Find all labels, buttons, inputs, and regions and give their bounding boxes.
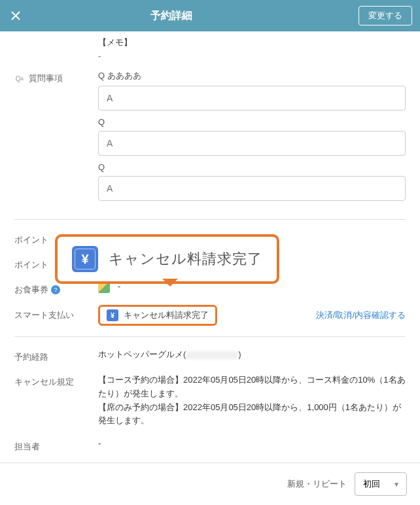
route-row: 予約経路 ホットペッパーグルメ() [14,343,406,368]
yen-icon: ¥ [72,246,98,272]
cancel-policy-row: キャンセル規定 【コース予約の場合】2022年05月05日20時以降から、コース… [14,368,406,433]
staff-label: 担当者 [14,438,98,453]
staff-row: 担当者 - [14,433,406,458]
repeat-selected: 初回 [363,478,380,490]
answer-input[interactable] [98,176,406,201]
modal-header: 予約詳細 変更する [0,0,420,31]
answer-input[interactable] [98,131,406,156]
masked-text [186,351,238,359]
cancel-policy-label: キャンセル規定 [14,374,98,388]
route-value: ホットペッパーグルメ() [98,349,406,360]
yen-icon: ¥ [107,309,118,321]
voucher-label-text: お食事券 [14,284,48,296]
qa-icon: QA [14,73,25,84]
change-button[interactable]: 変更する [359,6,412,26]
smart-pay-row: スマート支払い ¥ キャンセル料請求完了 決済/取消/内容確認する [14,301,406,330]
qa-value: Q ああああ Q Q [98,70,406,207]
question-text: Q ああああ [98,70,406,82]
qa-item: Q ああああ [98,70,406,111]
smart-pay-label: スマート支払い [14,309,98,321]
route-label: 予約経路 [14,349,98,363]
divider [14,219,406,220]
cancel-policy-value: 【コース予約の場合】2022年05月05日20時以降から、コース料金の10%（1… [98,374,406,428]
staff-value: - [98,438,406,448]
callout-text: キャンセル料請求完了 [109,249,262,269]
question-text: Q [98,162,406,172]
qa-label-text: 質問事項 [29,73,63,84]
footer: 新規・リピート 初回 ▼ [0,462,420,505]
repeat-label: 新規・リピート [287,478,347,490]
smart-pay-status: ¥ キャンセル料請求完了 [98,305,217,326]
modal-title: 予約詳細 [0,9,359,23]
answer-input[interactable] [98,86,406,111]
qa-item: Q [98,117,406,156]
memo-value: - [14,51,406,65]
smart-pay-status-text: キャンセル料請求完了 [124,309,209,321]
caret-down-icon: ▼ [393,481,400,488]
repeat-select[interactable]: 初回 ▼ [355,472,407,496]
memo-header: 【メモ】 [14,37,406,51]
route-suffix: ) [238,349,241,359]
route-prefix: ホットペッパーグルメ( [98,349,186,359]
divider [14,336,406,337]
qa-label: QA 質問事項 [14,70,98,84]
help-icon[interactable]: ? [51,285,60,294]
qa-item: Q [98,162,406,201]
qa-row: QA 質問事項 Q ああああ Q Q [14,65,406,213]
question-text: Q [98,117,406,127]
callout-bubble: ¥ キャンセル料請求完了 [55,234,279,284]
smart-pay-action-link[interactable]: 決済/取消/内容確認する [316,309,406,321]
